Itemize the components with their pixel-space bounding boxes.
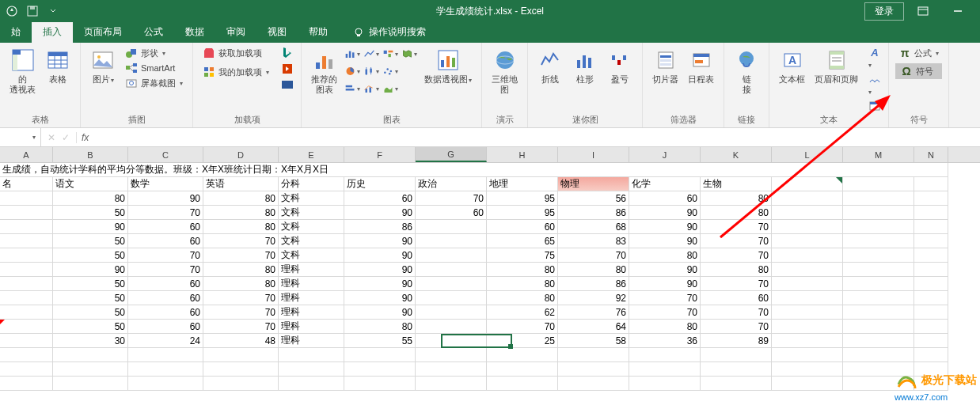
cell[interactable] — [629, 362, 701, 377]
column-chart-icon[interactable]: ▾ — [344, 46, 361, 62]
sparkline-line-button[interactable]: 折线 — [534, 46, 566, 86]
cell[interactable] — [914, 248, 948, 263]
cell[interactable] — [843, 263, 914, 277]
column-header[interactable]: A — [0, 147, 53, 162]
table-button[interactable]: 表格 — [42, 46, 74, 86]
cell[interactable] — [416, 362, 487, 377]
cell[interactable] — [772, 248, 843, 263]
cell[interactable]: 83 — [558, 234, 629, 248]
cell[interactable] — [843, 220, 914, 234]
cell[interactable] — [279, 348, 344, 362]
cell[interactable] — [0, 377, 53, 391]
cell[interactable]: 90 — [53, 263, 128, 277]
cell[interactable]: 70 — [701, 220, 772, 234]
cell[interactable]: 90 — [629, 220, 701, 234]
cell[interactable]: 80 — [487, 263, 558, 277]
cell[interactable] — [843, 234, 914, 248]
cell[interactable] — [914, 334, 948, 348]
cell[interactable]: 90 — [344, 277, 416, 291]
cell[interactable]: 95 — [487, 206, 558, 220]
cell[interactable]: 数学 — [128, 177, 203, 191]
cell[interactable] — [487, 377, 558, 391]
cell[interactable]: 60 — [128, 305, 203, 320]
cell[interactable]: 92 — [558, 291, 629, 305]
cell[interactable] — [843, 177, 914, 191]
cell[interactable] — [279, 362, 344, 377]
sparkline-winloss-button[interactable]: 盈亏 — [604, 46, 636, 86]
shapes-button[interactable]: 形状▾ — [122, 46, 186, 60]
pivotchart-button[interactable]: 数据透视图▾ — [421, 46, 475, 87]
cell[interactable]: 名 — [0, 177, 53, 191]
tell-me-search[interactable]: 操作说明搜索 — [345, 21, 434, 43]
cell[interactable] — [914, 263, 948, 277]
cell[interactable]: 70 — [203, 291, 279, 305]
cell[interactable]: 90 — [344, 206, 416, 220]
cell[interactable] — [914, 305, 948, 320]
tab-formulas[interactable]: 公式 — [133, 21, 174, 43]
cell[interactable] — [772, 291, 843, 305]
cell[interactable] — [772, 234, 843, 248]
tab-home[interactable]: 始 — [0, 21, 32, 43]
cell[interactable]: 65 — [487, 234, 558, 248]
cell[interactable]: 80 — [203, 191, 279, 206]
cell[interactable] — [914, 206, 948, 220]
cell[interactable]: 60 — [128, 320, 203, 334]
cell[interactable]: 80 — [203, 206, 279, 220]
pie-chart-icon[interactable]: ▾ — [344, 63, 361, 79]
column-header[interactable]: F — [344, 147, 416, 162]
scatter-chart-icon[interactable]: ▾ — [382, 63, 399, 79]
tab-data[interactable]: 数据 — [174, 21, 215, 43]
cell[interactable] — [914, 320, 948, 334]
cell[interactable]: 理科 — [279, 320, 344, 334]
column-header[interactable]: D — [203, 147, 279, 162]
cell[interactable] — [914, 191, 948, 206]
cell[interactable] — [701, 362, 772, 377]
smartart-button[interactable]: SmartArt — [122, 61, 186, 75]
cell[interactable]: 70 — [629, 291, 701, 305]
cell[interactable] — [53, 348, 128, 362]
cell[interactable]: 物理 — [558, 177, 629, 191]
hierarchy-chart-icon[interactable]: ▾ — [382, 46, 399, 62]
fx-icon[interactable]: fx — [76, 132, 93, 143]
cell[interactable] — [772, 334, 843, 348]
cell[interactable]: 政治 — [416, 177, 487, 191]
cell[interactable]: 60 — [487, 220, 558, 234]
link-button[interactable]: 链 接 — [731, 46, 762, 97]
cell[interactable] — [416, 234, 487, 248]
textbox-button[interactable]: A 文本框 — [776, 46, 808, 86]
column-header[interactable]: J — [629, 147, 701, 162]
cell[interactable]: 62 — [487, 305, 558, 320]
cell[interactable]: 58 — [558, 334, 629, 348]
cell[interactable]: 86 — [344, 220, 416, 234]
column-header[interactable]: N — [914, 147, 948, 162]
save-icon[interactable] — [25, 4, 40, 18]
bar-chart-icon[interactable]: ▾ — [344, 81, 361, 97]
cell[interactable] — [772, 263, 843, 277]
column-header[interactable]: B — [53, 147, 128, 162]
cell[interactable] — [843, 348, 914, 362]
cell[interactable] — [843, 248, 914, 263]
ribbon-display-icon[interactable] — [907, 0, 939, 22]
cell[interactable]: 70 — [701, 234, 772, 248]
cell[interactable] — [629, 348, 701, 362]
cell[interactable]: 90 — [128, 191, 203, 206]
cell[interactable] — [416, 248, 487, 263]
cell[interactable] — [0, 348, 53, 362]
cell[interactable]: 90 — [629, 206, 701, 220]
cell[interactable]: 90 — [344, 305, 416, 320]
cell[interactable]: 60 — [128, 220, 203, 234]
cell[interactable]: 48 — [203, 334, 279, 348]
column-header[interactable]: L — [772, 147, 843, 162]
get-addins-button[interactable]: 获取加载项 — [199, 46, 272, 60]
cell[interactable] — [772, 377, 843, 391]
cell[interactable]: 60 — [128, 277, 203, 291]
cell[interactable]: 90 — [53, 220, 128, 234]
cell[interactable] — [416, 220, 487, 234]
cell[interactable]: 90 — [629, 263, 701, 277]
cell[interactable]: 90 — [344, 234, 416, 248]
cell[interactable] — [416, 377, 487, 391]
cell[interactable] — [0, 234, 53, 248]
cell[interactable]: 70 — [701, 277, 772, 291]
cell[interactable] — [53, 362, 128, 377]
equation-button[interactable]: π公式▾ — [895, 46, 942, 60]
